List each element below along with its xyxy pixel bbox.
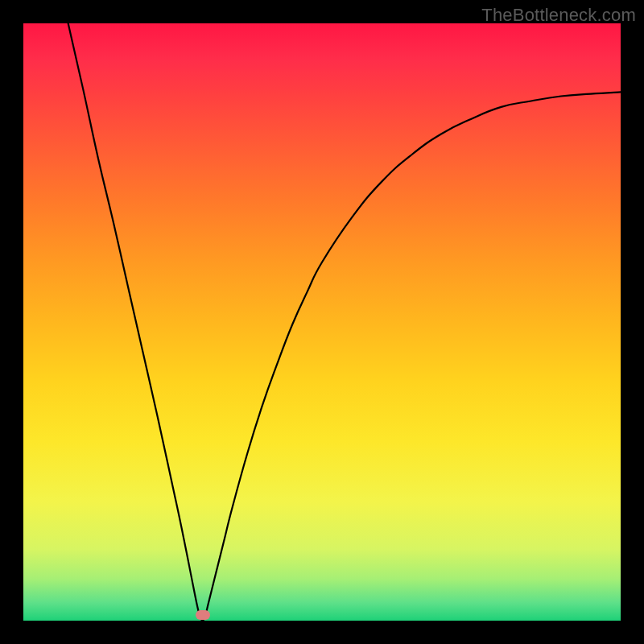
chart-minimum-marker: [196, 610, 210, 620]
watermark-text: TheBottleneck.com: [481, 5, 636, 26]
chart-curve-svg: [23, 23, 621, 621]
chart-curve-line: [68, 23, 621, 621]
chart-plot-area: [23, 23, 621, 621]
